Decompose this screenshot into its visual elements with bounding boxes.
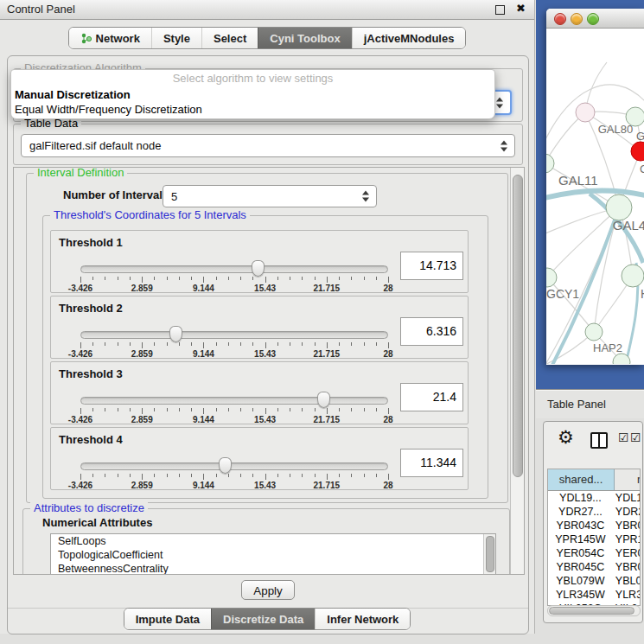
network-canvas[interactable]: GAL80GACGAL11GAL4GCY1HHAP2 [546,28,644,364]
slider-track[interactable] [80,331,388,339]
slider-3[interactable]: -3.4262.8599.14415.4321.71528 [80,392,388,423]
network-edge[interactable] [547,277,594,332]
slider-track[interactable] [80,462,388,470]
slider-4[interactable]: -3.4262.8599.14415.4321.71528 [80,457,388,488]
slider-tick [216,474,217,477]
cell-name[interactable]: YDR2 [613,505,640,519]
checkbox-icon[interactable]: ☑ [618,430,629,444]
zoom-traffic-light-icon[interactable] [587,13,599,25]
bottom-tab-impute-data[interactable]: Impute Data [124,609,211,629]
dropdown-option-manual-discretization[interactable]: Manual Discretization [11,87,494,102]
table-row-ybr045c[interactable]: YBR045CYBR0 [548,560,640,574]
cell-name[interactable]: YBR0 [613,560,640,574]
slider-tick [142,408,143,414]
tab-cyni-toolbox[interactable]: Cyni Toolbox [258,28,351,48]
threshold-value-field-3[interactable]: 21.4 [400,383,463,411]
table-row-ydl19-[interactable]: YDL19...YDL1 [548,491,640,505]
tab-select[interactable]: Select [201,28,258,48]
network-node-green[interactable] [546,268,557,287]
number-of-intervals-combobox[interactable]: 5 [163,185,377,207]
network-node-green[interactable] [546,154,554,173]
number-of-intervals-label: Number of Intervals [63,188,169,201]
apply-button[interactable]: Apply [241,580,295,600]
close-icon[interactable]: ✖ [516,2,526,15]
cell-name[interactable]: YLR3 [613,588,640,602]
slider-tick [265,408,266,414]
cell-name[interactable]: YBR0 [613,519,640,532]
threshold-label-3: Threshold 3 [59,367,123,380]
slider-tick [80,277,81,283]
cell-name[interactable]: YBL0 [613,574,640,588]
bottom-tab-infer-network[interactable]: Infer Network [315,609,410,629]
slider-tick [240,474,241,477]
slider-tick-label: 9.144 [193,415,214,424]
table-row-ydr27-[interactable]: YDR27...YDR2 [548,505,640,519]
slider-thumb-2[interactable] [169,326,182,342]
cell-shared-name[interactable]: YER054C [548,546,613,560]
threshold-value-field-1[interactable]: 14.713 [400,252,463,280]
table-row-yer054c[interactable]: YER054CYER0 [548,546,640,560]
column-header-name[interactable]: name [615,469,640,490]
slider-tick [191,408,192,411]
slider-tick [339,342,340,346]
slider-tick [216,342,217,346]
cell-shared-name[interactable]: YLR345W [548,588,613,602]
slider-tick [277,342,278,346]
cell-name[interactable]: YER0 [613,546,640,560]
scrollbar-thumb[interactable] [513,175,523,477]
table-horizontal-scrollbar[interactable] [547,605,641,616]
cell-shared-name[interactable]: YPR145W [548,532,613,546]
gear-icon[interactable]: ⚙ [558,427,574,448]
tab-style[interactable]: Style [151,28,201,48]
table-data-combobox[interactable]: galFiltered.sif default node [21,134,515,157]
cell-shared-name[interactable]: YDL19... [548,491,613,505]
slider-track[interactable] [80,265,388,273]
slider-thumb-4[interactable] [219,457,232,474]
network-node-green[interactable] [585,323,603,341]
cell-shared-name[interactable]: YDR27... [548,505,613,519]
split-table-icon[interactable] [590,432,608,449]
table-row-ybr043c[interactable]: YBR043CYBR0 [548,519,640,532]
column-header-shared-name[interactable]: shared... [548,469,615,490]
minimize-traffic-light-icon[interactable] [571,13,583,25]
bottom-tab-discretize-data[interactable]: Discretize Data [211,609,315,629]
attribute-item-betweennesscentrality[interactable]: BetweennessCentrality [51,562,495,575]
list-vertical-scrollbar[interactable] [483,534,495,574]
network-node-red[interactable] [631,142,644,161]
slider-track[interactable] [80,397,388,405]
tab-jactivemnodules[interactable]: jActiveMNodules [352,28,466,48]
dropdown-option-equal-width-frequency-discretization[interactable]: Equal Width/Frequency Discretization [11,102,494,117]
table-row-ylr345w[interactable]: YLR345WYLR3 [548,588,640,602]
network-node-green[interactable] [622,265,644,287]
slider-1[interactable]: -3.4262.8599.14415.4321.71528 [80,260,388,291]
table-row-ybl079w[interactable]: YBL079WYBL0 [548,574,640,588]
slider-tick [142,342,143,348]
close-traffic-light-icon[interactable] [554,13,566,25]
cell-shared-name[interactable]: YBL079W [548,574,613,588]
slider-tick [252,342,253,346]
scrollbar-thumb[interactable] [549,607,634,615]
table-row-ypr145w[interactable]: YPR145WYPR1 [548,532,640,546]
threshold-panel-4: Threshold 4-3.4262.8599.14415.4321.71528… [50,427,469,490]
network-node-pink[interactable] [576,103,595,122]
slider-thumb-3[interactable] [317,392,330,408]
network-node-green[interactable] [606,194,632,220]
checkbox-icon[interactable]: ☑ [630,430,641,444]
network-edge[interactable] [546,207,619,364]
attribute-item-selfloops[interactable]: SelfLoops [51,534,495,548]
tab-network[interactable]: Network [69,28,151,48]
cell-name[interactable]: YDL1 [613,491,640,505]
numerical-attributes-list[interactable]: SelfLoopsTopologicalCoefficientBetweenne… [50,533,496,575]
cell-shared-name[interactable]: YBR043C [548,519,613,532]
cell-shared-name[interactable]: YBR045C [548,560,613,574]
threshold-value-field-2[interactable]: 6.316 [400,317,463,346]
cell-name[interactable]: YPR1 [613,532,640,546]
scrollbar-thumb[interactable] [486,536,494,572]
attribute-item-topologicalcoefficient[interactable]: TopologicalCoefficient [51,548,495,562]
float-window-icon[interactable] [495,5,505,15]
slider-2[interactable]: -3.4262.8599.14415.4321.71528 [80,326,388,357]
slider-thumb-1[interactable] [252,260,265,277]
threshold-value-field-4[interactable]: 11.344 [400,449,463,477]
slider-tick [265,277,266,283]
viewport-vertical-scrollbar[interactable] [510,168,524,574]
